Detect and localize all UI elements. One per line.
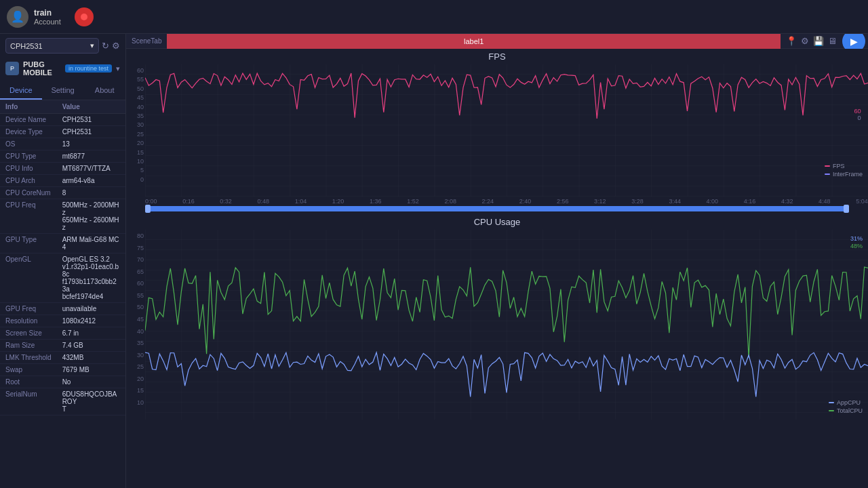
cpu-y-label: 30 (127, 352, 144, 359)
scrubber-fill (145, 206, 849, 211)
gear-icon[interactable]: ⚙ (801, 36, 809, 46)
fps-chart-container: 605550454035302520151050 60 (126, 64, 868, 197)
time-label: 0:32 (220, 198, 232, 205)
sidebar: CPH2531 ▾ ↻ ⚙ P PUBG MOBILE in rountine … (0, 34, 126, 488)
value-cell: 7.4 GB (57, 340, 125, 352)
cpu-y-label: 15 (127, 387, 144, 394)
time-label: 0:48 (258, 198, 270, 205)
value-cell: 1080x2412 (57, 315, 125, 327)
table-row: OS13 (0, 138, 125, 150)
scrubber-handle-right[interactable] (844, 205, 849, 213)
user-section: 👤 train Account (7, 6, 94, 28)
tab-about[interactable]: About (83, 82, 125, 100)
settings-icon[interactable]: ⚙ (112, 41, 120, 51)
cpu-y-label: 20 (127, 375, 144, 382)
scene-tab-bar: SceneTab label1 📍 ⚙ 💾 🖥 ▶ (126, 34, 868, 49)
cpu-y-label: 10 (127, 399, 144, 406)
cpu-y-label: 80 (127, 232, 144, 239)
cpu-y-label: 35 (127, 340, 144, 346)
info-cell: Ram Size (0, 340, 57, 352)
cpu-y-label: 45 (127, 316, 144, 323)
info-cell: Device Type (0, 126, 57, 138)
cpu-chart-container: 807570656055504540353025201510 31% 48% (126, 230, 868, 420)
table-row: Resolution1080x2412 (0, 315, 125, 327)
table-row: SerialNum6DUS8HQCOJBAROYT (0, 388, 125, 415)
value-cell: 8 (57, 187, 125, 199)
table-row: Swap7679 MB (0, 364, 125, 376)
device-info-table: Info Value Device NameCPH2531Device Type… (0, 100, 125, 415)
refresh-icon[interactable]: ↻ (102, 41, 109, 51)
table-row: GPU TypeARM Mali-G68 MC4 (0, 234, 125, 253)
cpu-value-labels: 31% 48% (850, 235, 863, 249)
location-icon[interactable]: 📍 (786, 36, 797, 46)
time-label: 2:56 (557, 198, 569, 205)
time-label: 1:04 (295, 198, 307, 205)
table-row: CPU Freq500MHz - 2000MHz650MHz - 2600MHz (0, 199, 125, 234)
value-cell: 13 (57, 138, 125, 150)
info-cell: Device Name (0, 114, 57, 126)
fps-chart-section: FPS 605550454035302520151050 (126, 49, 868, 214)
table-row: Device TypeCPH2531 (0, 126, 125, 138)
fps-y-label: 25 (127, 131, 144, 138)
table-row: LMK Threshold432MB (0, 352, 125, 364)
value-cell: mt6877 (57, 150, 125, 163)
info-cell: GPU Freq (0, 303, 57, 315)
totalcpu-dot (829, 410, 834, 411)
time-label: 3:28 (631, 198, 644, 205)
totalcpu-label: TotalCPU (837, 407, 863, 414)
device-select-row: CPH2531 ▾ ↻ ⚙ (0, 34, 125, 58)
info-cell: Root (0, 376, 57, 388)
table-row: CPU Archarm64-v8a (0, 175, 125, 187)
device-name: CPH2531 (10, 42, 43, 50)
fps-svg: 60 0 (145, 64, 868, 197)
fps-y-label: 50 (127, 85, 144, 92)
table-row: RootNo (0, 376, 125, 388)
cpu-y-label: 40 (127, 328, 144, 335)
dropdown-chevron: ▾ (90, 41, 94, 50)
info-cell: OS (0, 138, 57, 150)
value-cell: 500MHz - 2000MHz650MHz - 2600MHz (57, 199, 125, 234)
scene-tab-active[interactable]: label1 (167, 34, 781, 49)
fps-y-label: 15 (127, 149, 144, 156)
cpu-y-axis: 807570656055504540353025201510 (126, 230, 145, 420)
scrubber-handle-left[interactable] (145, 205, 151, 213)
time-label: 0:16 (182, 198, 195, 205)
device-dropdown[interactable]: CPH2531 ▾ (5, 38, 99, 54)
fps-color-dot (825, 165, 830, 167)
appcpu-dot (829, 402, 834, 403)
fps-y-label: 10 (127, 158, 144, 165)
cpu-y-label: 25 (127, 363, 144, 370)
fps-y-label: 35 (127, 113, 144, 119)
cpu-y-label: 50 (127, 304, 144, 310)
table-row: OpenGLOpenGL ES 3.2v1.r32p1-01eac0.b8cf1… (0, 253, 125, 303)
table-row: CPU InfoMT6877V/TTZA (0, 163, 125, 175)
time-label: 3:12 (594, 198, 606, 205)
save-icon[interactable]: 💾 (813, 36, 824, 46)
fps-y-label: 0 (127, 176, 144, 183)
tab-device[interactable]: Device (0, 82, 42, 100)
fps-legend-label: FPS (833, 163, 845, 169)
value-cell: 6.7 in (57, 327, 125, 340)
cpu-legend-total: TotalCPU (829, 407, 863, 414)
scene-tab-icons: 📍 ⚙ 💾 🖥 (781, 36, 842, 46)
value-cell: CPH2531 (57, 126, 125, 138)
time-label: 5:04 (856, 198, 868, 205)
interframe-color-dot (825, 174, 830, 175)
cpu-y-label: 75 (127, 245, 144, 251)
record-button[interactable] (75, 7, 94, 26)
total-cpu-value: 48% (850, 243, 863, 249)
table-row: CPU Typemt6877 (0, 150, 125, 163)
scrubber-bar[interactable] (145, 206, 849, 211)
info-cell: OpenGL (0, 253, 57, 303)
fps-canvas-wrapper: 60 0 FPS InterFrame (145, 64, 868, 197)
time-label: 3:44 (669, 198, 681, 205)
info-cell: CPU CoreNum (0, 187, 57, 199)
avatar: 👤 (7, 6, 28, 28)
info-cell: CPU Arch (0, 175, 57, 187)
tab-setting[interactable]: Setting (42, 82, 84, 100)
table-row: GPU Frequnavailable (0, 303, 125, 315)
fps-legend-interframe: InterFrame (825, 171, 863, 178)
monitor-icon[interactable]: 🖥 (828, 36, 837, 46)
app-chevron-icon[interactable]: ▾ (116, 64, 120, 73)
time-label: 2:08 (444, 198, 456, 205)
